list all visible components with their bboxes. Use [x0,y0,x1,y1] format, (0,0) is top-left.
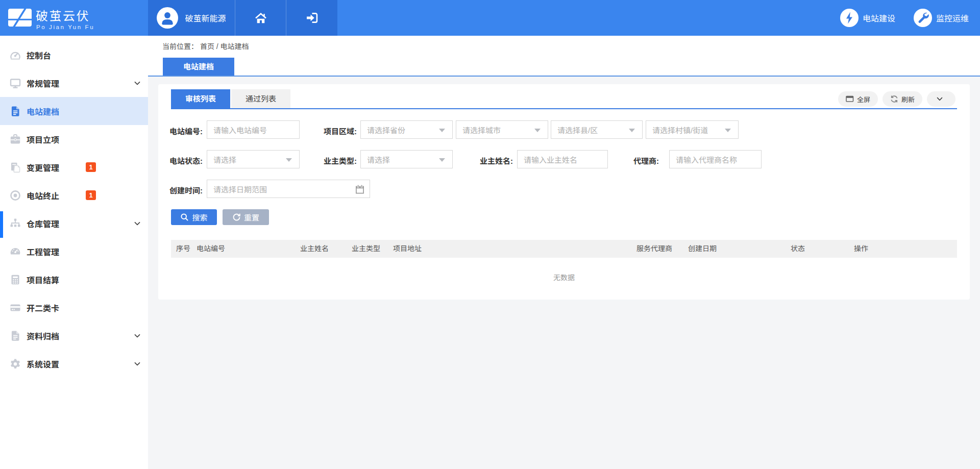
svg-text:破茧云伏: 破茧云伏 [36,9,90,23]
svg-text:Po Jian Yun Fu: Po Jian Yun Fu [36,24,94,30]
